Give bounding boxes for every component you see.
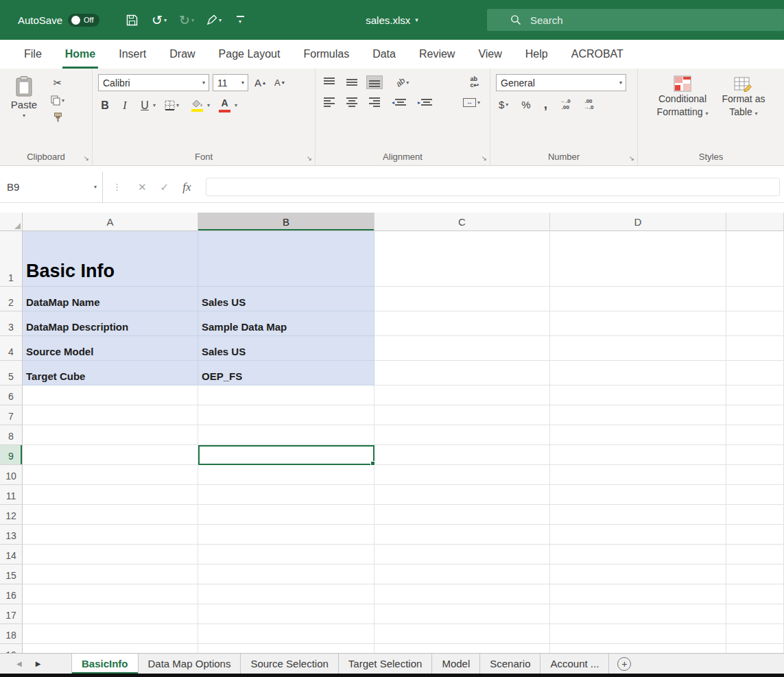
document-title[interactable]: sales.xlsx ▾ bbox=[366, 14, 418, 26]
row-header-2[interactable]: 2 bbox=[0, 287, 23, 311]
font-dialog-launcher-icon[interactable]: ↘ bbox=[307, 155, 312, 162]
align-left-button[interactable] bbox=[321, 95, 337, 109]
ink-tool-button[interactable]: ▾ bbox=[204, 8, 224, 32]
sheet-nav-right-icon[interactable]: ▶ bbox=[36, 660, 41, 667]
sheet-nav-left-icon[interactable]: ◀ bbox=[16, 660, 22, 667]
cell-C3[interactable] bbox=[375, 311, 550, 336]
clipboard-dialog-launcher-icon[interactable]: ↘ bbox=[84, 155, 89, 162]
row-header-13[interactable]: 13 bbox=[0, 525, 23, 545]
increase-font-size-button[interactable]: A▴ bbox=[252, 75, 268, 91]
underline-button[interactable]: U bbox=[138, 98, 152, 113]
cell-C6[interactable] bbox=[375, 385, 550, 405]
cell-partial-2[interactable] bbox=[726, 287, 784, 311]
bold-button[interactable]: B bbox=[98, 98, 112, 113]
decrease-decimal-button[interactable]: .00→.0 bbox=[581, 96, 597, 112]
cell-D7[interactable] bbox=[550, 405, 726, 425]
menu-page-layout[interactable]: Page Layout bbox=[207, 40, 292, 69]
column-header-B[interactable]: B bbox=[198, 213, 375, 231]
select-all-corner[interactable] bbox=[0, 213, 23, 231]
menu-data[interactable]: Data bbox=[361, 40, 407, 69]
menu-review[interactable]: Review bbox=[407, 40, 466, 69]
cell-partial-15[interactable] bbox=[726, 565, 784, 584]
cell-D4[interactable] bbox=[550, 336, 726, 361]
cell-C8[interactable] bbox=[375, 425, 550, 445]
cell-B2[interactable]: Sales US bbox=[198, 287, 375, 311]
column-header-D[interactable]: D bbox=[550, 213, 726, 231]
decrease-indent-button[interactable]: ◂ bbox=[389, 95, 409, 109]
cell-D12[interactable] bbox=[550, 505, 726, 525]
cell-B18[interactable] bbox=[198, 624, 375, 644]
row-header-7[interactable]: 7 bbox=[0, 405, 23, 425]
align-center-button[interactable] bbox=[344, 95, 360, 109]
font-color-button[interactable]: A bbox=[216, 96, 233, 115]
cell-A11[interactable] bbox=[23, 485, 198, 505]
autosave-toggle[interactable]: AutoSave Off bbox=[18, 14, 99, 27]
cell-A16[interactable] bbox=[23, 584, 198, 604]
cell-D3[interactable] bbox=[550, 311, 726, 336]
menu-draw[interactable]: Draw bbox=[158, 40, 206, 69]
cell-C18[interactable] bbox=[375, 624, 550, 644]
cell-A6[interactable] bbox=[23, 385, 198, 405]
cell-partial-16[interactable] bbox=[726, 584, 784, 604]
cell-D1[interactable] bbox=[550, 231, 726, 287]
fill-color-button[interactable] bbox=[188, 97, 206, 114]
cell-D16[interactable] bbox=[550, 584, 726, 604]
cell-A18[interactable] bbox=[23, 624, 198, 644]
menu-view[interactable]: View bbox=[466, 40, 513, 69]
increase-decimal-button[interactable]: ←.0.00 bbox=[558, 96, 573, 112]
cell-A9[interactable] bbox=[23, 445, 198, 465]
merge-center-button[interactable]: ↔▾ bbox=[460, 96, 483, 109]
cell-C14[interactable] bbox=[375, 545, 550, 565]
cell-D18[interactable] bbox=[550, 624, 726, 644]
cell-C10[interactable] bbox=[375, 465, 550, 485]
row-header-1[interactable]: 1 bbox=[0, 231, 23, 287]
cell-D9[interactable] bbox=[550, 445, 726, 465]
cell-B11[interactable] bbox=[198, 485, 375, 505]
tab-scenario[interactable]: Scenario bbox=[480, 654, 541, 674]
cell-C13[interactable] bbox=[375, 525, 550, 545]
cell-B4[interactable]: Sales US bbox=[198, 336, 375, 361]
cell-B1[interactable] bbox=[198, 231, 375, 287]
cell-A1[interactable]: Basic Info bbox=[23, 231, 198, 287]
percent-style-button[interactable]: % bbox=[519, 97, 533, 112]
menu-insert[interactable]: Insert bbox=[107, 40, 158, 69]
align-right-button[interactable] bbox=[366, 95, 383, 109]
insert-function-icon[interactable]: fx bbox=[182, 180, 191, 194]
cell-B12[interactable] bbox=[198, 505, 375, 525]
cell-B7[interactable] bbox=[198, 405, 375, 425]
cell-B16[interactable] bbox=[198, 584, 375, 604]
cell-A5[interactable]: Target Cube bbox=[23, 361, 198, 385]
cell-D11[interactable] bbox=[550, 485, 726, 505]
row-header-18[interactable]: 18 bbox=[0, 624, 23, 644]
row-header-16[interactable]: 16 bbox=[0, 584, 23, 604]
cell-C16[interactable] bbox=[375, 584, 550, 604]
menu-help[interactable]: Help bbox=[514, 40, 560, 69]
tab-model[interactable]: Model bbox=[432, 654, 480, 674]
cell-B14[interactable] bbox=[198, 545, 375, 565]
search-box[interactable]: Search bbox=[487, 9, 784, 31]
accounting-format-button[interactable]: $▾ bbox=[496, 97, 511, 112]
cell-C4[interactable] bbox=[375, 336, 550, 361]
align-top-button[interactable] bbox=[321, 75, 337, 89]
row-header-5[interactable]: 5 bbox=[0, 361, 23, 385]
cancel-icon[interactable]: ✕ bbox=[138, 181, 147, 193]
format-painter-button[interactable] bbox=[48, 111, 67, 123]
row-header-15[interactable]: 15 bbox=[0, 565, 23, 584]
cell-B6[interactable] bbox=[198, 385, 375, 405]
cell-A12[interactable] bbox=[23, 505, 198, 525]
comma-style-button[interactable]: , bbox=[541, 99, 550, 110]
cut-button[interactable]: ✂ bbox=[48, 77, 67, 89]
cell-A19[interactable] bbox=[23, 644, 198, 653]
enter-icon[interactable]: ✓ bbox=[161, 181, 169, 193]
cell-B5[interactable]: OEP_FS bbox=[198, 361, 375, 385]
row-header-6[interactable]: 6 bbox=[0, 385, 23, 405]
cell-partial-17[interactable] bbox=[726, 604, 784, 624]
row-header-9[interactable]: 9 bbox=[0, 445, 23, 465]
cell-D17[interactable] bbox=[550, 604, 726, 624]
save-button[interactable] bbox=[121, 8, 142, 32]
cell-partial-7[interactable] bbox=[726, 405, 784, 425]
cell-B13[interactable] bbox=[198, 525, 375, 545]
format-as-table-button[interactable]: Format as Table ▾ bbox=[716, 74, 770, 148]
cell-partial-8[interactable] bbox=[726, 425, 784, 445]
cell-partial-1[interactable] bbox=[726, 231, 784, 287]
